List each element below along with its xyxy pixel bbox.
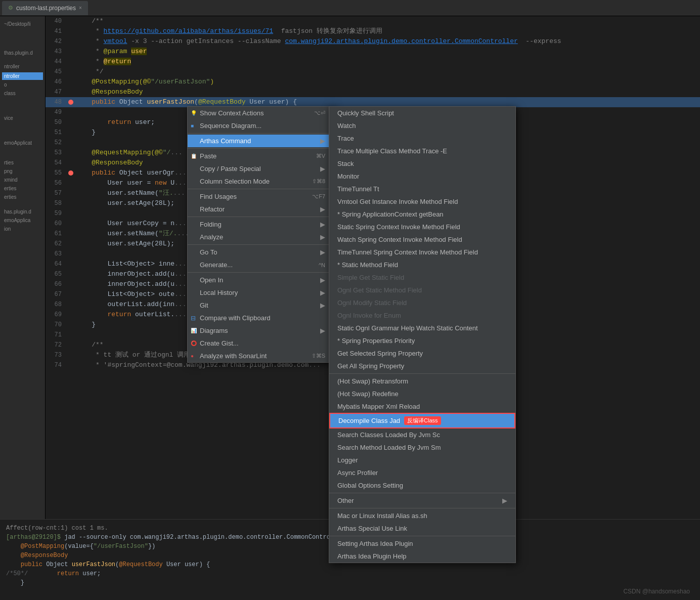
submenu-decompile-jad[interactable]: Decompile Class Jad 反编译Class xyxy=(329,413,515,428)
submenu-static-spring-invoke[interactable]: Static Spring Context Invoke Method Fiel… xyxy=(329,221,515,233)
tab-close-icon[interactable]: × xyxy=(79,5,82,11)
menu-item-label: Refactor xyxy=(200,205,225,213)
menu-item-compare-clipboard[interactable]: ⊟ Compare with Clipboard xyxy=(188,312,333,324)
submenu-simple-get-static: Simple Get Static Field xyxy=(329,271,515,284)
context-action-icon: 💡 xyxy=(191,110,197,116)
menu-item-label: Open In xyxy=(200,276,223,284)
submenu-logger[interactable]: Logger xyxy=(329,454,515,466)
submenu-mac-linux-install[interactable]: Mac or Linux Install Alias as.sh xyxy=(329,509,515,522)
sidebar-item-11[interactable]: erties xyxy=(2,185,43,192)
menu-item-label: Git xyxy=(200,302,208,309)
watermark: CSDN @handsomeshao xyxy=(623,588,690,595)
sidebar-item-12[interactable]: erties xyxy=(2,193,43,201)
refactor-arrow-icon: ▶ xyxy=(320,205,325,213)
sidebar-item-13[interactable]: has.plugin.d xyxy=(2,208,43,216)
submenu-monitor[interactable]: Monitor xyxy=(329,170,515,183)
submenu-hotswap-retransform[interactable]: (Hot Swap) Retransform xyxy=(329,375,515,388)
submenu-get-all-spring[interactable]: Get All Spring Property xyxy=(329,360,515,372)
sidebar-item-9[interactable]: png xyxy=(2,167,43,175)
menu-item-sequence[interactable]: ■ Sequence Diagram... xyxy=(188,119,333,132)
submenu-trace[interactable]: Trace xyxy=(329,132,515,145)
submenu-other[interactable]: Other ▶ xyxy=(329,494,515,507)
sidebar-item-14[interactable]: emoApplica xyxy=(2,217,43,224)
code-line-42: 42 * vmtool -x 3 --action getInstances -… xyxy=(46,36,700,47)
menu-item-goto[interactable]: Go To ▶ xyxy=(188,246,333,259)
gist-icon: ⭕ xyxy=(191,340,197,346)
menu-item-local-history[interactable]: Local History ▶ xyxy=(188,286,333,299)
paste-icon: 📋 xyxy=(191,153,197,159)
menu-item-analyze[interactable]: Analyze ▶ xyxy=(188,231,333,243)
submenu-async-profiler[interactable]: Async Profiler xyxy=(329,466,515,479)
submenu-static-ognl-grammar[interactable]: Static Ognl Grammar Help Watch Static Co… xyxy=(329,322,515,334)
menu-item-label: Analyze with SonarLint xyxy=(200,352,267,360)
tab-item[interactable]: ⚙ custom-last.properties × xyxy=(2,1,88,15)
menu-item-copy-paste-special[interactable]: Copy / Paste Special ▶ xyxy=(188,162,333,175)
menu-item-arthas[interactable]: Arthas Command ▶ xyxy=(188,135,333,147)
submenu-watch[interactable]: Watch xyxy=(329,119,515,132)
submenu-vmtool[interactable]: Vmtool Get Instance Invoke Method Field xyxy=(329,195,515,208)
sidebar-item-10[interactable]: xmind xyxy=(2,176,43,184)
submenu-hotswap-redefine[interactable]: (Hot Swap) Redefine xyxy=(329,388,515,400)
submenu-static-method-field[interactable]: * Static Method Field xyxy=(329,259,515,271)
sidebar-item-15[interactable]: ion xyxy=(2,225,43,233)
menu-item-create-gist[interactable]: ⭕ Create Gist... xyxy=(188,337,333,350)
compare-icon: ⊟ xyxy=(191,315,196,322)
menu-item-git[interactable]: Git ▶ xyxy=(188,299,333,312)
git-arrow-icon: ▶ xyxy=(320,302,325,309)
sidebar-item-6[interactable]: vice xyxy=(2,114,43,122)
tab-bar: ⚙ custom-last.properties × xyxy=(0,0,700,16)
sidebar-item-1[interactable]: thas.plugin.d xyxy=(2,49,43,57)
menu-item-show-context[interactable]: 💡 Show Context Actions ⌥⏎ xyxy=(188,107,333,119)
diagrams-arrow-icon: ▶ xyxy=(320,327,325,334)
localhistory-arrow-icon: ▶ xyxy=(320,289,325,296)
submenu-sep-1 xyxy=(329,373,515,374)
menu-item-label: Column Selection Mode xyxy=(200,178,270,185)
menu-item-paste[interactable]: 📋 Paste ⌘V xyxy=(188,150,333,162)
menu-item-sonarlint[interactable]: ● Analyze with SonarLint ⇧⌘S xyxy=(188,350,333,362)
sidebar-item-0[interactable]: ~/Desktop/li xyxy=(2,20,43,28)
sidebar-item-8[interactable]: rties xyxy=(2,159,43,166)
submenu-get-selected-spring[interactable]: Get Selected Spring Property xyxy=(329,347,515,360)
left-sidebar: ~/Desktop/li thas.plugin.d ntroller ntro… xyxy=(0,16,46,519)
sidebar-item-2[interactable]: ntroller xyxy=(2,63,43,70)
code-line-41: 41 * https://github.com/alibaba/arthas/i… xyxy=(46,26,700,36)
submenu-search-method-sm[interactable]: Search Method Loaded By Jvm Sm xyxy=(329,441,515,454)
submenu-spring-props-priority[interactable]: * Spring Properties Priority xyxy=(329,334,515,347)
submenu-arthas-special-link[interactable]: Arthas Special Use Link xyxy=(329,522,515,535)
sidebar-item-5[interactable]: class xyxy=(2,90,43,97)
menu-item-refactor[interactable]: Refactor ▶ xyxy=(188,203,333,216)
menu-item-label: Compare with Clipboard xyxy=(200,314,270,322)
submenu-quickly-shell[interactable]: Quickly Shell Script xyxy=(329,107,515,119)
submenu-setting-arthas[interactable]: Setting Arthas Idea Plugin xyxy=(329,537,515,550)
code-line-46: 46 @PostMapping(@©"/userFastJson") xyxy=(46,77,700,87)
sequence-icon: ■ xyxy=(191,123,194,128)
submenu-spring-appctx[interactable]: * Spring ApplicationContext getBean xyxy=(329,208,515,221)
submenu-trace-multiple[interactable]: Trace Multiple Class Method Trace -E xyxy=(329,145,515,157)
copy-paste-arrow-icon: ▶ xyxy=(320,165,325,173)
submenu-watch-spring-invoke[interactable]: Watch Spring Context Invoke Method Field xyxy=(329,233,515,246)
submenu-search-classes-sc[interactable]: Search Classes Loaded By Jvm Sc xyxy=(329,428,515,441)
menu-item-open-in[interactable]: Open In ▶ xyxy=(188,274,333,286)
submenu-global-options[interactable]: Global Options Setting xyxy=(329,479,515,492)
goto-arrow-icon: ▶ xyxy=(320,248,325,256)
code-line-44: 44 * @return xyxy=(46,57,700,67)
menu-item-column-selection[interactable]: Column Selection Mode ⇧⌘8 xyxy=(188,175,333,188)
sidebar-item-4[interactable]: o xyxy=(2,81,43,89)
sidebar-item-7[interactable]: emoApplicat xyxy=(2,139,43,147)
menu-item-find-usages[interactable]: Find Usages ⌥F7 xyxy=(188,190,333,203)
menu-item-label: Copy / Paste Special xyxy=(200,165,261,173)
submenu-timetunnel-spring[interactable]: TimeTunnel Spring Context Invoke Method … xyxy=(329,246,515,259)
menu-separator-6 xyxy=(188,272,333,273)
submenu-arthas-help[interactable]: Arthas Idea Plugin Help xyxy=(329,550,515,563)
openin-arrow-icon: ▶ xyxy=(320,276,325,284)
sidebar-item-3[interactable]: ntroller xyxy=(2,72,43,80)
terminal-line-6: } xyxy=(6,578,694,587)
submenu-mybatis-mapper[interactable]: Mybatis Mapper Xml Reload xyxy=(329,400,515,413)
shortcut-generate: ^N xyxy=(319,262,325,268)
submenu-stack[interactable]: Stack xyxy=(329,157,515,170)
menu-separator-1 xyxy=(188,133,333,134)
submenu-timetunnel[interactable]: TimeTunnel Tt xyxy=(329,183,515,195)
menu-item-diagrams[interactable]: 📊 Diagrams ▶ xyxy=(188,324,333,337)
menu-item-folding[interactable]: Folding ▶ xyxy=(188,218,333,231)
menu-item-generate[interactable]: Generate... ^N xyxy=(188,259,333,271)
